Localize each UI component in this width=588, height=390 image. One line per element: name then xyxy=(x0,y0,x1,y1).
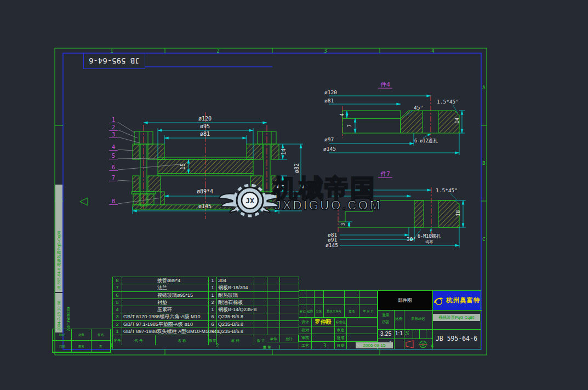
part-qty: 6 xyxy=(209,328,217,335)
balloon-6: 6 xyxy=(112,164,115,170)
scale-label: 比例 xyxy=(394,317,404,322)
d7-dim-18: 18 xyxy=(455,210,461,216)
corner-cell: 图号 xyxy=(72,341,91,352)
corner-cell: 标记 xyxy=(53,329,72,341)
dim-d81: ø81 xyxy=(200,131,210,137)
part-total-weight xyxy=(267,292,280,299)
rev-cell xyxy=(315,291,324,298)
part-total-weight xyxy=(267,313,280,320)
part-name: 压紧环 xyxy=(123,306,172,313)
rev-cell xyxy=(345,298,359,305)
part-unit-weight xyxy=(254,299,267,306)
drawing-title: 视镜装置PqG-Cq80 xyxy=(433,314,480,321)
rev-cell xyxy=(359,291,377,298)
part-unit-weight xyxy=(254,292,267,299)
plot-stamp-user: Administrator xyxy=(65,289,72,332)
parts-list-header: 序号 代 号 名 称 数量 材 料 单件 总计 备 注 重 量 xyxy=(113,335,299,349)
part-name: 平垫圈-A级 ø10 xyxy=(158,322,193,327)
detail4-label: 件4 xyxy=(380,81,390,88)
rev-cell xyxy=(299,291,306,298)
d4-dim-4: 4 xyxy=(340,113,345,116)
corner-cell: 签名 xyxy=(92,329,111,341)
part-no: 1 xyxy=(113,328,122,335)
part-total-weight xyxy=(267,328,280,335)
part-desc: GB/T 897-1988双头螺柱 A型GM10-M10×40 xyxy=(122,328,209,335)
zone-label-top: 3 xyxy=(324,48,327,54)
part-desc: 衬垫 xyxy=(122,299,209,306)
part-no: 2 xyxy=(113,321,122,328)
projection-symbol-icon xyxy=(405,340,431,348)
stage-value: S xyxy=(405,330,409,336)
table-row: 5 衬垫 2 耐油石棉板 xyxy=(113,299,299,306)
sign-label: 批准 xyxy=(335,334,347,342)
header-unit-weight: 单件 xyxy=(267,335,280,342)
rev-cell xyxy=(299,298,306,305)
rev-header: 更改文件号 xyxy=(324,305,345,318)
divider xyxy=(432,329,481,330)
table-row: 8 接管ø89*4 1 304 xyxy=(113,277,299,284)
sign-value xyxy=(347,334,378,342)
sign-value xyxy=(312,326,335,334)
table-row: 2 GB/T 97.1-1985平垫圈-A级 ø10 6 Q235-B/6.8 xyxy=(113,321,299,328)
part-qty: 2 xyxy=(209,299,217,306)
part-material: 钢板B-18/304 xyxy=(217,284,254,291)
zone-label-bottom: 2 xyxy=(216,343,219,348)
balloon-8: 8 xyxy=(112,198,115,204)
date-value: 2006-09-15 xyxy=(356,342,393,348)
balloon-4: 4 xyxy=(112,144,115,150)
part-unit-weight xyxy=(254,313,267,320)
part-unit-weight xyxy=(254,306,267,313)
revision-table: 标记 处数 分区 更改文件号 签名 年.月.日 xyxy=(299,291,378,318)
zone-label-right: C xyxy=(482,237,485,242)
d4-dim-d145: ø145 xyxy=(323,146,336,152)
balloon-3: 3 xyxy=(112,131,115,137)
rev-header: 标记 xyxy=(299,305,306,318)
part-remark xyxy=(280,313,299,320)
d4-dim-d81: ø81 xyxy=(324,97,334,104)
part-remark xyxy=(280,321,299,328)
balloon-1: 1 xyxy=(112,117,115,123)
watermark-monogram: JX xyxy=(246,197,254,205)
part-no: 7 xyxy=(113,284,122,291)
table-row: 1 GB/T 897-1988双头螺柱 A型GM10-M10×40 6 Q235… xyxy=(113,328,299,335)
drawing-number: JB 595-64-6 xyxy=(432,335,481,342)
sign-value xyxy=(347,318,378,326)
zone-label-top: 2 xyxy=(216,48,219,54)
sign-label: 审定 xyxy=(335,326,347,334)
sign-label: 审核 xyxy=(299,334,312,342)
zone-label-bottom: 1 xyxy=(110,343,112,348)
balloon-7: 7 xyxy=(112,175,115,181)
part-qty: 1 xyxy=(209,292,217,299)
part-desc: 压紧环 xyxy=(122,306,209,313)
part-total-weight xyxy=(267,321,280,328)
corner-cell: 处数 xyxy=(72,329,91,341)
company-name: 杭州奥富特 xyxy=(446,296,481,305)
d7-dim-note: 均布 xyxy=(425,240,433,244)
part-no: 5 xyxy=(113,299,122,306)
header-total-weight: 总计 xyxy=(280,335,299,342)
part-material: Q235-B/6.8 xyxy=(217,328,254,335)
d4-dim-d97: ø97 xyxy=(324,136,334,142)
zone-label-top: 4 xyxy=(431,48,434,54)
sign-label: 日期 xyxy=(335,342,347,349)
company-logo-cell: 杭州奥富特 xyxy=(432,291,481,310)
part-material: Q235-B/6.8 xyxy=(217,321,254,328)
part-material: 钢板B-14/Q235-B xyxy=(217,306,254,313)
sign-label: 标准化 xyxy=(335,318,347,326)
part-total-weight xyxy=(267,306,280,313)
doc-type-label: 部件图 xyxy=(398,297,412,304)
sign-value xyxy=(347,326,378,334)
divider xyxy=(419,329,420,339)
part-total-weight xyxy=(267,284,280,291)
part-remark xyxy=(280,306,299,313)
part-name: 视镜玻璃ø95*15 xyxy=(123,292,193,299)
rev-cell xyxy=(324,291,345,298)
rev-cell xyxy=(306,291,315,298)
header-weight: 重 量 xyxy=(254,345,280,349)
part-desc: GB/T 6170-1986螺母六角-A级 M10 xyxy=(122,313,209,320)
part-code: GB/T 897-1988 xyxy=(123,329,157,334)
plot-stamp-drawing-id: JB 595-64-6 视镜装置PqG-Cq80 xyxy=(55,185,62,292)
header-no: 序号 xyxy=(113,335,122,345)
rev-cell xyxy=(345,291,359,298)
left-center-triangle-mark xyxy=(80,198,88,205)
